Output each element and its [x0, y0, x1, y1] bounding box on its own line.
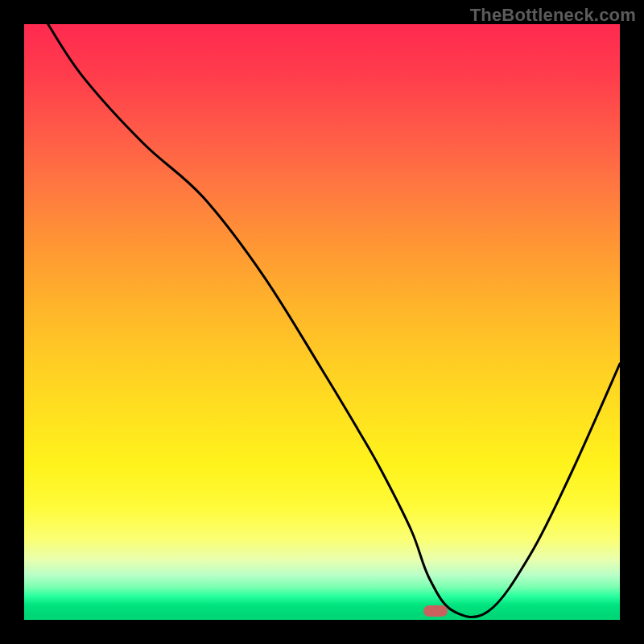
bottleneck-curve [24, 24, 620, 620]
watermark-text: TheBottleneck.com [470, 5, 636, 26]
chart-frame: TheBottleneck.com [0, 0, 644, 644]
plot-area [24, 24, 620, 620]
optimum-marker [423, 605, 448, 617]
